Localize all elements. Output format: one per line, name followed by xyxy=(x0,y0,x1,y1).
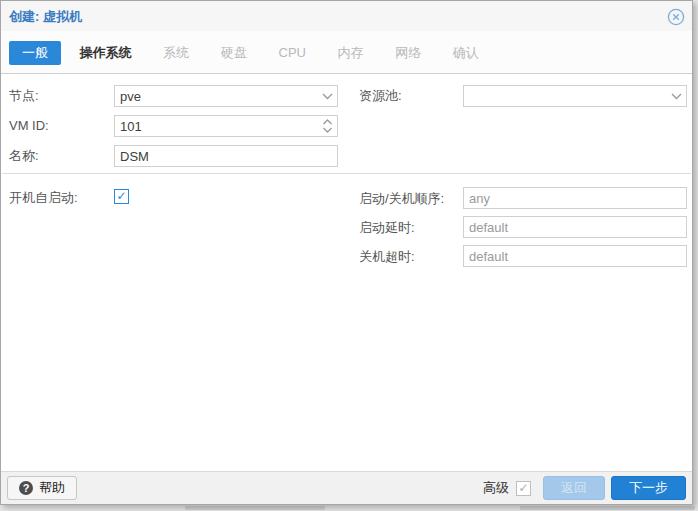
background-content-fragment xyxy=(185,506,325,510)
next-button[interactable]: 下一步 xyxy=(611,476,686,500)
screen: { "window": { "title": "创建: 虚拟机" }, "tab… xyxy=(0,0,698,511)
tab-disks: 硬盘 xyxy=(208,41,260,65)
back-button: 返回 xyxy=(543,476,605,500)
name-label: 名称: xyxy=(9,145,39,167)
general-form: 节点: 资源池: VM ID: 名称: xyxy=(1,75,692,471)
window-header: 创建: 虚拟机 xyxy=(1,1,692,31)
node-input[interactable] xyxy=(114,85,338,107)
wizard-tab-bar: 一般 操作系统 系统 硬盘 CPU 内存 网络 确认 xyxy=(1,31,692,74)
pool-input[interactable] xyxy=(463,85,687,107)
help-button[interactable]: ? 帮助 xyxy=(7,476,77,500)
tab-os[interactable]: 操作系统 xyxy=(67,41,145,65)
shutdown-timeout-field[interactable] xyxy=(463,245,687,267)
startup-order-field[interactable] xyxy=(463,187,687,209)
name-input[interactable] xyxy=(114,145,338,167)
section-divider xyxy=(2,173,691,174)
tab-cpu: CPU xyxy=(266,41,319,65)
tab-memory: 内存 xyxy=(325,41,377,65)
create-vm-dialog: 创建: 虚拟机 一般 操作系统 系统 硬盘 CPU 内存 网络 确认 节点: xyxy=(0,0,693,505)
name-field[interactable] xyxy=(114,145,338,167)
node-combobox[interactable] xyxy=(114,85,338,107)
dialog-title: 创建: 虚拟机 xyxy=(9,8,82,26)
startup-delay-label: 启动延时: xyxy=(359,217,415,239)
tab-general[interactable]: 一般 xyxy=(9,41,61,65)
node-label: 节点: xyxy=(9,85,39,107)
pool-label: 资源池: xyxy=(359,85,402,107)
check-icon: ✓ xyxy=(518,481,528,495)
startup-order-label: 启动/关机顺序: xyxy=(359,188,444,210)
chevron-down-icon[interactable] xyxy=(666,86,686,106)
autostart-label: 开机自启动: xyxy=(9,187,78,209)
shutdown-timeout-label: 关机超时: xyxy=(359,246,415,268)
dialog-footer: ? 帮助 高级 ✓ 返回 下一步 xyxy=(1,471,692,504)
tab-network: 网络 xyxy=(382,41,434,65)
vmid-label: VM ID: xyxy=(9,115,49,137)
advanced-label: 高级 xyxy=(483,479,509,497)
pool-combobox[interactable] xyxy=(463,85,687,107)
startup-delay-input[interactable] xyxy=(463,216,687,238)
spinner-up-down-icon[interactable] xyxy=(317,116,337,136)
background-content-fragment xyxy=(520,506,695,510)
chevron-down-icon[interactable] xyxy=(317,86,337,106)
vmid-input[interactable] xyxy=(114,115,338,137)
tab-system: 系统 xyxy=(150,41,202,65)
footer-actions: 高级 ✓ 返回 下一步 xyxy=(483,476,686,500)
startup-order-input[interactable] xyxy=(463,187,687,209)
shutdown-timeout-input[interactable] xyxy=(463,245,687,267)
vmid-spinner[interactable] xyxy=(114,115,338,137)
startup-delay-field[interactable] xyxy=(463,216,687,238)
close-icon[interactable] xyxy=(667,8,685,26)
advanced-checkbox[interactable]: ✓ xyxy=(516,481,531,496)
check-icon: ✓ xyxy=(116,189,126,203)
help-button-label: 帮助 xyxy=(39,479,65,497)
question-icon: ? xyxy=(19,481,33,495)
autostart-checkbox[interactable]: ✓ xyxy=(114,189,129,204)
tab-confirm: 确认 xyxy=(440,41,492,65)
